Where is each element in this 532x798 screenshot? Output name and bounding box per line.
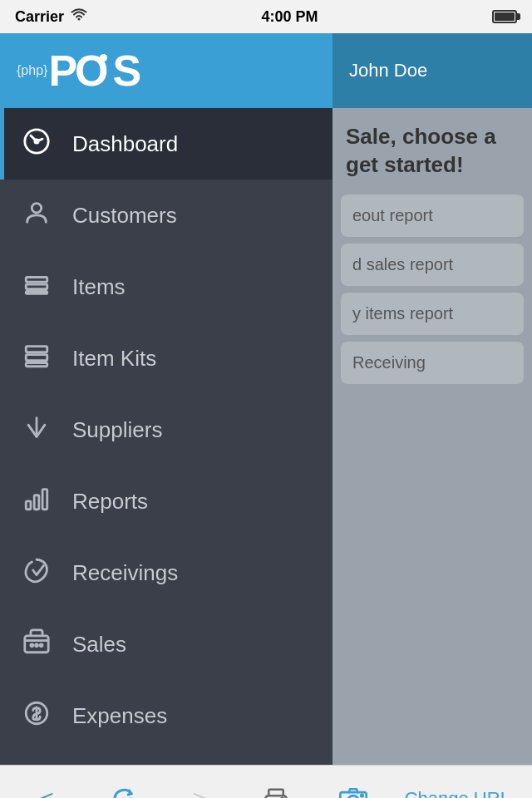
status-bar: Carrier 4:00 PM	[0, 0, 532, 33]
carrier-label: Carrier	[15, 8, 64, 26]
change-url-button[interactable]: Change URL	[405, 788, 510, 799]
items-icon	[21, 270, 52, 304]
header-logo-area: {php} P O S	[0, 33, 332, 108]
app-logo: {php} P O S	[17, 49, 139, 92]
sidebar-item-suppliers[interactable]: Suppliers	[0, 394, 332, 466]
logo-text: P	[48, 49, 75, 92]
sidebar: Dashboard Customers Items	[0, 108, 332, 765]
content-panel: Sale, choose a get started! eout report …	[332, 108, 532, 765]
svg-rect-10	[34, 495, 39, 509]
receivings-label: Receivings	[72, 560, 178, 586]
wifi-icon	[71, 8, 87, 26]
expenses-icon	[21, 699, 52, 733]
sidebar-item-items[interactable]: Items	[0, 251, 332, 323]
svg-point-2	[32, 203, 41, 212]
item-kits-label: Item Kits	[72, 346, 156, 372]
time-label: 4:00 PM	[262, 8, 318, 26]
username-label: John Doe	[349, 60, 427, 81]
svg-rect-7	[26, 354, 47, 360]
report-button-1[interactable]: d sales report	[341, 244, 524, 286]
battery-icon	[492, 10, 517, 23]
svg-rect-6	[26, 346, 47, 352]
svg-point-15	[40, 643, 42, 646]
svg-rect-4	[26, 284, 47, 289]
suppliers-label: Suppliers	[72, 417, 162, 443]
sidebar-item-item-kits[interactable]: Item Kits	[0, 323, 332, 394]
content-header: Sale, choose a get started!	[332, 108, 532, 188]
receivings-icon	[21, 556, 52, 590]
sidebar-item-expenses[interactable]: Expenses	[0, 680, 332, 751]
status-left: Carrier	[15, 8, 87, 26]
expenses-label: Expenses	[72, 703, 167, 729]
dashboard-icon	[21, 127, 52, 161]
svg-point-22	[361, 794, 363, 796]
suppliers-icon	[21, 413, 52, 447]
logo-o: O	[75, 49, 106, 92]
svg-point-1	[35, 139, 38, 142]
customers-label: Customers	[72, 203, 177, 229]
header-user-area: John Doe	[332, 33, 532, 108]
toolbar: < > Change URL	[0, 765, 532, 798]
svg-point-14	[36, 643, 38, 646]
svg-point-21	[347, 796, 358, 798]
sidebar-item-dashboard[interactable]: Dashboard	[0, 108, 332, 180]
reports-label: Reports	[72, 489, 148, 515]
report-button-3[interactable]: Receiving	[341, 342, 524, 384]
back-button[interactable]: <	[22, 774, 71, 799]
reports-icon	[21, 485, 52, 519]
svg-rect-17	[269, 789, 284, 796]
customers-icon	[21, 199, 52, 233]
item-kits-icon	[21, 342, 52, 376]
svg-rect-8	[26, 362, 47, 366]
items-label: Items	[72, 274, 126, 300]
sales-label: Sales	[72, 632, 126, 658]
sidebar-item-receivings[interactable]: Receivings	[0, 537, 332, 608]
sidebar-item-sales[interactable]: Sales	[0, 608, 332, 680]
camera-button[interactable]	[328, 774, 378, 799]
svg-rect-5	[26, 291, 47, 293]
main-layout: Dashboard Customers Items	[0, 108, 532, 765]
status-right	[492, 10, 517, 23]
sidebar-item-reports[interactable]: Reports	[0, 466, 332, 537]
content-title: Sale, choose a get started!	[346, 123, 519, 180]
svg-rect-9	[26, 500, 31, 509]
refresh-button[interactable]	[98, 774, 148, 799]
report-button-0[interactable]: eout report	[341, 195, 524, 237]
svg-rect-11	[42, 489, 47, 509]
report-button-2[interactable]: y items report	[341, 293, 524, 335]
print-button[interactable]	[251, 774, 301, 799]
sales-icon	[21, 628, 52, 662]
svg-rect-3	[26, 277, 47, 282]
dashboard-label: Dashboard	[72, 131, 178, 157]
logo-s: S	[113, 49, 140, 92]
sidebar-item-customers[interactable]: Customers	[0, 180, 332, 251]
forward-button[interactable]: >	[175, 774, 224, 799]
svg-point-13	[31, 643, 33, 646]
header: {php} P O S John Doe	[0, 33, 532, 108]
